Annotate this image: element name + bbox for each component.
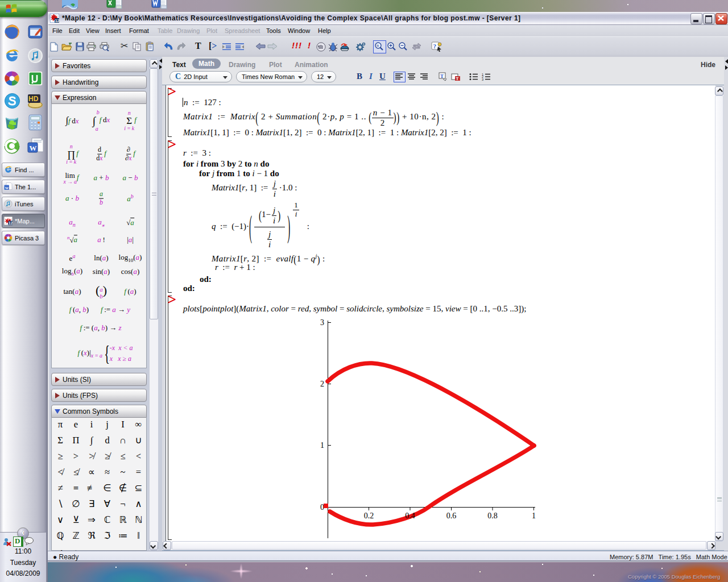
svg-text:0: 0 — [320, 503, 324, 512]
svg-text:12: 12 — [55, 18, 59, 23]
svg-text:0.4: 0.4 — [405, 512, 415, 520]
svg-text:W: W — [5, 186, 9, 190]
svg-text:3: 3 — [482, 78, 483, 81]
svg-text:3: 3 — [320, 318, 324, 327]
svg-text:?: ? — [433, 43, 437, 49]
svg-text:0.2: 0.2 — [364, 512, 374, 520]
svg-text:1: 1 — [320, 441, 324, 450]
svg-text:0.8: 0.8 — [487, 512, 498, 520]
svg-text:1: 1 — [532, 512, 536, 520]
svg-text:W: W — [30, 144, 37, 152]
svg-text:≈: ≈ — [377, 43, 379, 48]
svg-text:0.6: 0.6 — [446, 512, 457, 520]
svg-text:HD: HD — [28, 95, 39, 103]
svg-text:T: T — [440, 73, 444, 79]
svg-text:2: 2 — [320, 380, 324, 388]
svg-text:12: 12 — [9, 221, 13, 225]
svg-text:T: T — [456, 76, 459, 81]
